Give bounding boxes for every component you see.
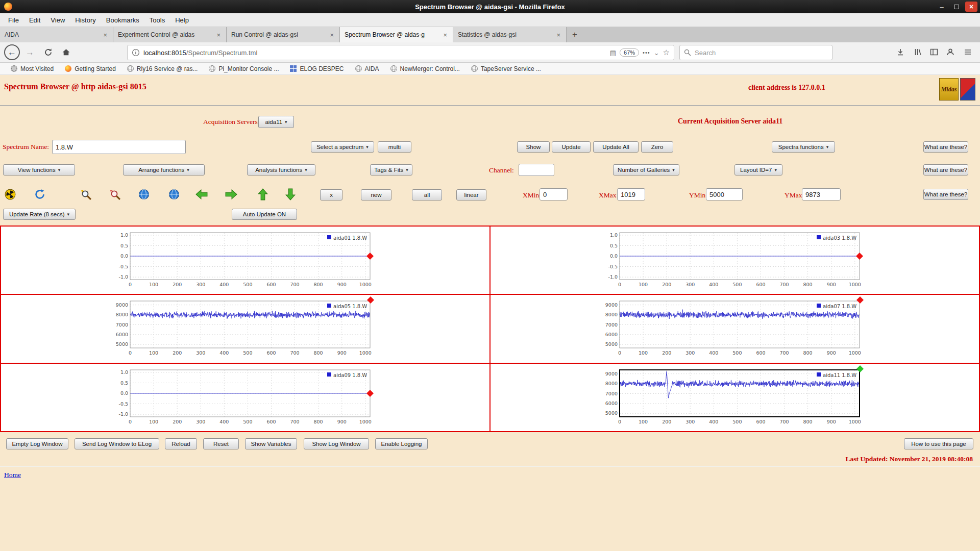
- enable-logging-button[interactable]: Enable Logging: [375, 438, 428, 449]
- update-rate-dropdown[interactable]: Update Rate (8 secs)▾: [3, 209, 76, 220]
- tab-statistics[interactable]: Statistics @ aidas-gsi ×: [453, 27, 567, 42]
- gallery-cell-aida11[interactable]: 0100200300400500600700800900100090008000…: [490, 363, 979, 432]
- menu-view[interactable]: View: [45, 14, 70, 26]
- select-spectrum-dropdown[interactable]: Select a spectrum▾: [311, 141, 374, 153]
- globe-icon-1[interactable]: [138, 188, 150, 201]
- acquisition-server-select[interactable]: aida11▾: [258, 116, 294, 128]
- tab-close-icon[interactable]: ×: [555, 31, 561, 39]
- analysis-functions-dropdown[interactable]: Analysis functions▾: [247, 164, 315, 176]
- what-are-these-button-1[interactable]: What are these?: [923, 141, 968, 153]
- globe-icon-2[interactable]: [168, 188, 180, 201]
- bookmark-star-icon[interactable]: ☆: [663, 48, 670, 57]
- arrow-down-icon[interactable]: [284, 188, 297, 201]
- tab-close-icon[interactable]: ×: [442, 31, 448, 39]
- tab-close-icon[interactable]: ×: [329, 31, 335, 39]
- all-button[interactable]: all: [412, 189, 442, 201]
- menu-file[interactable]: File: [3, 14, 24, 26]
- show-variables-button[interactable]: Show Variables: [245, 438, 297, 449]
- bookmark-most-visited[interactable]: Most Visited: [5, 65, 59, 72]
- layout-id-dropdown[interactable]: Layout ID=7▾: [734, 164, 782, 176]
- menu-help[interactable]: Help: [170, 14, 194, 26]
- reset-button[interactable]: Reset: [203, 438, 239, 449]
- search-input[interactable]: [695, 49, 828, 57]
- spectrum-chart-aida03[interactable]: 010020030040050060070080090010001.00.50.…: [597, 228, 873, 293]
- channel-input[interactable]: [519, 164, 554, 176]
- page-actions-icon[interactable]: •••: [643, 49, 650, 56]
- gallery-cell-aida07[interactable]: 0100200300400500600700800900100090008000…: [490, 294, 979, 363]
- crest-logo[interactable]: [960, 78, 975, 101]
- site-info-icon[interactable]: [132, 48, 140, 57]
- tab-experiment-control[interactable]: Experiment Control @ aidas ×: [113, 27, 227, 42]
- reader-mode-icon[interactable]: ▤: [610, 49, 616, 57]
- reload-page-button[interactable]: Reload: [165, 438, 197, 449]
- minimize-button[interactable]: –: [936, 2, 948, 12]
- spectrum-chart-aida07[interactable]: 0100200300400500600700800900100090008000…: [597, 296, 873, 361]
- number-of-galleries-dropdown[interactable]: Number of Galleries▾: [613, 164, 679, 176]
- xmin-input[interactable]: [540, 188, 568, 201]
- gallery-cell-aida03[interactable]: 010020030040050060070080090010001.00.50.…: [490, 226, 979, 294]
- zoom-in-icon[interactable]: [80, 188, 92, 201]
- how-to-use-button[interactable]: How to use this page: [904, 438, 973, 449]
- account-icon[interactable]: [946, 48, 954, 56]
- new-tab-button[interactable]: +: [567, 27, 583, 42]
- bookmark-rly16[interactable]: Rly16 Service @ ras...: [121, 65, 204, 72]
- tab-close-icon[interactable]: ×: [215, 31, 222, 39]
- tags-fits-dropdown[interactable]: Tags & Fits▾: [370, 164, 412, 176]
- menu-history[interactable]: History: [70, 14, 101, 26]
- back-button[interactable]: ←: [4, 44, 20, 60]
- xmax-input[interactable]: [617, 188, 645, 201]
- ymax-input[interactable]: [802, 188, 841, 201]
- gallery-cell-aida01[interactable]: 010020030040050060070080090010001.00.50.…: [1, 226, 490, 294]
- download-icon[interactable]: [896, 48, 904, 56]
- radiation-icon[interactable]: [4, 188, 16, 201]
- menu-bookmarks[interactable]: Bookmarks: [101, 14, 144, 26]
- show-button[interactable]: Show: [517, 141, 550, 153]
- close-button[interactable]: ×: [965, 2, 977, 12]
- midas-logo[interactable]: Midas: [939, 78, 959, 101]
- x-button[interactable]: x: [320, 189, 342, 201]
- search-bar[interactable]: [679, 45, 832, 60]
- spectrum-chart-aida11[interactable]: 0100200300400500600700800900100090008000…: [597, 365, 873, 430]
- spectrum-chart-aida01[interactable]: 010020030040050060070080090010001.00.50.…: [108, 228, 383, 293]
- menu-edit[interactable]: Edit: [24, 14, 45, 26]
- send-log-to-elog-button[interactable]: Send Log Window to ELog: [75, 438, 159, 449]
- empty-log-window-button[interactable]: Empty Log Window: [6, 438, 68, 449]
- zoom-indicator[interactable]: 67%: [620, 48, 639, 57]
- url-bar[interactable]: localhost:8015 /Spectrum/Spectrum.tml ▤ …: [127, 45, 674, 60]
- bookmark-newmerger[interactable]: NewMerger: Control...: [385, 65, 465, 72]
- reload-button[interactable]: [44, 48, 53, 57]
- spectrum-chart-aida05[interactable]: 0100200300400500600700800900100090008000…: [108, 296, 383, 361]
- arrange-functions-dropdown[interactable]: Arrange functions▾: [123, 164, 205, 176]
- update-all-button[interactable]: Update All: [593, 141, 639, 153]
- tab-aida[interactable]: AIDA ×: [0, 27, 113, 42]
- maximize-button[interactable]: [950, 2, 963, 12]
- arrow-right-icon[interactable]: [225, 188, 237, 201]
- update-button[interactable]: Update: [552, 141, 591, 153]
- multi-button[interactable]: multi: [378, 141, 411, 153]
- what-are-these-button-2[interactable]: What are these?: [923, 164, 968, 176]
- gallery-cell-aida05[interactable]: 0100200300400500600700800900100090008000…: [1, 294, 490, 363]
- refresh-all-icon[interactable]: [34, 188, 46, 201]
- gallery-cell-aida09[interactable]: 010020030040050060070080090010001.00.50.…: [1, 363, 490, 432]
- bookmark-aida[interactable]: AIDA: [350, 65, 385, 72]
- tab-run-control[interactable]: Run Control @ aidas-gsi ×: [227, 27, 340, 42]
- menu-icon[interactable]: [964, 48, 972, 56]
- library-icon[interactable]: [914, 48, 922, 56]
- tab-spectrum-browser[interactable]: Spectrum Browser @ aidas-g ×: [340, 27, 453, 42]
- view-functions-dropdown[interactable]: View functions▾: [3, 164, 75, 176]
- new-button[interactable]: new: [361, 189, 391, 201]
- auto-update-button[interactable]: Auto Update ON: [232, 209, 297, 220]
- linear-button[interactable]: linear: [456, 189, 486, 201]
- spectrum-chart-aida09[interactable]: 010020030040050060070080090010001.00.50.…: [108, 365, 383, 430]
- bookmark-tapeserver[interactable]: TapeServer Service ...: [465, 65, 547, 72]
- zoom-out-icon[interactable]: [109, 188, 121, 201]
- menu-tools[interactable]: Tools: [144, 14, 170, 26]
- show-log-window-button[interactable]: Show Log Window: [304, 438, 369, 449]
- home-link[interactable]: Home: [4, 471, 21, 479]
- forward-button[interactable]: →: [26, 47, 34, 58]
- home-button[interactable]: [62, 48, 70, 57]
- sidebar-icon[interactable]: [930, 48, 938, 56]
- what-are-these-button-3[interactable]: What are these?: [923, 189, 968, 200]
- arrow-up-icon[interactable]: [257, 188, 269, 201]
- bookmark-pi-monitor[interactable]: Pi_Monitor Console ...: [203, 65, 284, 72]
